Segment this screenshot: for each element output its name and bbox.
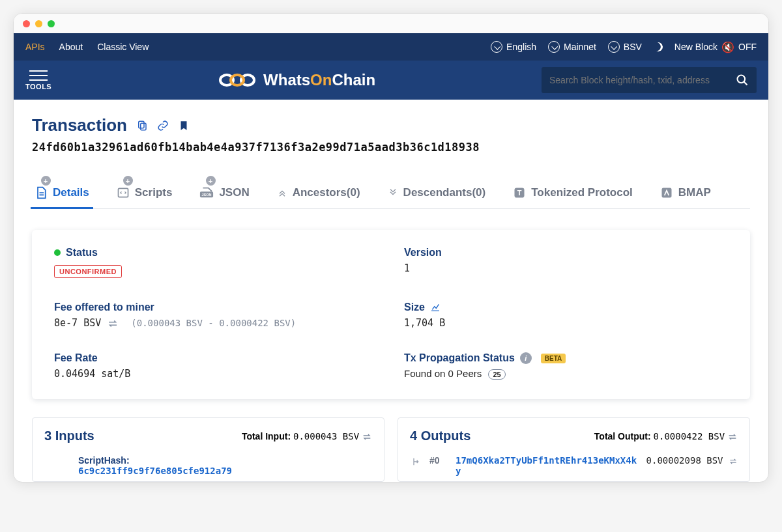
- io-section: 3 Inputs Total Input: 0.000043 BSV Scrip…: [32, 417, 750, 482]
- size-value: 1,704 B: [404, 317, 728, 329]
- svg-rect-5: [139, 121, 144, 128]
- minimize-window-button[interactable]: [35, 20, 42, 27]
- language-dropdown[interactable]: English: [491, 41, 536, 53]
- field-propagation: Tx Propagation Status i BETA Found on 0 …: [404, 352, 728, 380]
- network-label: Mainnet: [564, 42, 596, 52]
- swap-icon[interactable]: [107, 319, 119, 328]
- nav-about[interactable]: About: [59, 42, 83, 52]
- tab-label: JSON: [219, 186, 249, 199]
- fee-value: 8e-7 BSV: [54, 317, 101, 329]
- pin-icon[interactable]: [121, 174, 135, 188]
- input-row: ScriptHash: 6c9c231ff9c9f76e805cfe912a79: [44, 455, 372, 476]
- nav-classic-view[interactable]: Classic View: [97, 42, 149, 52]
- coin-dropdown[interactable]: BSV: [608, 41, 642, 53]
- language-label: English: [506, 42, 536, 52]
- tools-label: TOOLS: [25, 83, 51, 91]
- new-block-sound-toggle[interactable]: New Block 🔇 OFF: [674, 41, 757, 53]
- output-address-link[interactable]: 17mQ6Xka2TTyUbFf1ntREhr413eKMxX4ky: [456, 455, 637, 476]
- status-badge: UNCONFIRMED: [54, 265, 122, 278]
- fee-detail: (0.000043 BSV - 0.0000422 BSV): [131, 318, 296, 328]
- fee-label: Fee offered to miner: [54, 301, 154, 313]
- output-index: #0: [429, 455, 446, 476]
- search-input[interactable]: [549, 75, 736, 85]
- top-nav: APIs About Classic View English Mainnet …: [14, 33, 768, 61]
- network-dropdown[interactable]: Mainnet: [548, 41, 596, 53]
- nav-apis[interactable]: APIs: [25, 42, 45, 52]
- search-bar[interactable]: [542, 67, 757, 93]
- brand-whats: Whats: [263, 71, 310, 89]
- swap-icon[interactable]: [727, 433, 738, 441]
- version-label: Version: [404, 247, 442, 259]
- main-header: TOOLS WhatsOnChain: [14, 61, 768, 100]
- tab-label: Ancestors(0): [293, 186, 360, 199]
- scripthash-label: ScriptHash:: [78, 455, 372, 466]
- outputs-total-label: Total Output:: [594, 431, 651, 441]
- code-icon: [117, 186, 130, 199]
- tab-label: Tokenized Protocol: [531, 186, 633, 199]
- tab-bmap[interactable]: BMAP: [659, 180, 712, 208]
- swap-icon[interactable]: [362, 433, 372, 441]
- inputs-box: 3 Inputs Total Input: 0.000043 BSV Scrip…: [32, 417, 384, 482]
- svg-rect-7: [118, 188, 128, 197]
- tab-label: Descendants(0): [403, 186, 486, 199]
- link-icon[interactable]: [157, 120, 169, 132]
- tab-details[interactable]: Details: [33, 180, 91, 208]
- field-status: Status UNCONFIRMED: [54, 247, 378, 278]
- coin-label: BSV: [624, 42, 642, 52]
- tab-descendants[interactable]: Descendants(0): [386, 180, 487, 208]
- brand-logo[interactable]: WhatsOnChain: [218, 71, 375, 89]
- brand-on: On: [310, 71, 332, 89]
- tools-menu-button[interactable]: TOOLS: [25, 70, 51, 91]
- json-icon: JSON: [199, 186, 214, 199]
- swap-icon[interactable]: [729, 458, 738, 465]
- inputs-title: 3 Inputs: [44, 428, 94, 443]
- transaction-id: 24fd60b1a32961ad60fb14bab4e4a937f7136f3a…: [32, 141, 750, 154]
- tab-json[interactable]: JSON JSON: [198, 180, 250, 208]
- chevron-down-icon: [491, 41, 502, 53]
- tab-label: Details: [53, 186, 89, 199]
- maximize-window-button[interactable]: [48, 20, 55, 27]
- tab-scripts[interactable]: Scripts: [115, 180, 174, 208]
- outputs-total-value: 0.0000422 BSV: [654, 431, 725, 441]
- chart-icon[interactable]: [430, 302, 441, 313]
- dark-mode-icon[interactable]: [652, 41, 663, 52]
- outputs-box: 4 Outputs Total Output: 0.0000422 BSV #0…: [398, 417, 750, 482]
- status-label: Status: [66, 247, 98, 259]
- svg-point-3: [737, 76, 745, 83]
- scripthash-link[interactable]: 6c9c231ff9c9f76e805cfe912a79: [78, 466, 372, 476]
- output-amount: 0.00002098 BSV: [646, 455, 723, 466]
- sound-state: OFF: [738, 42, 757, 52]
- info-icon[interactable]: i: [520, 352, 532, 364]
- propagation-value: Found on 0 Peers: [404, 368, 482, 379]
- tab-ancestors[interactable]: Ancestors(0): [276, 180, 362, 208]
- feerate-label: Fee Rate: [54, 352, 98, 364]
- tab-label: BMAP: [678, 186, 711, 199]
- output-row: #0 17mQ6Xka2TTyUbFf1ntREhr413eKMxX4ky 0.…: [410, 455, 738, 476]
- svg-line-4: [744, 82, 747, 85]
- svg-text:T: T: [517, 189, 522, 197]
- brand-chain: Chain: [332, 71, 375, 89]
- feerate-value: 0.04694 sat/B: [54, 368, 378, 380]
- outputs-title: 4 Outputs: [410, 428, 471, 443]
- field-feerate: Fee Rate 0.04694 sat/B: [54, 352, 378, 380]
- pin-icon[interactable]: [39, 174, 53, 188]
- pin-icon[interactable]: [204, 174, 218, 188]
- search-icon[interactable]: [736, 74, 749, 87]
- version-value: 1: [404, 262, 728, 274]
- chevron-up-double-icon: [277, 188, 287, 198]
- inputs-total-label: Total Input:: [242, 431, 291, 441]
- field-fee: Fee offered to miner 8e-7 BSV (0.000043 …: [54, 301, 378, 329]
- window-titlebar: [14, 14, 768, 33]
- tab-bar: Details Scripts JSON JSON Ancestors(0) D…: [32, 180, 750, 209]
- bookmark-icon[interactable]: [178, 120, 190, 132]
- document-icon: [35, 186, 48, 199]
- inputs-total-value: 0.000043 BSV: [293, 431, 359, 441]
- field-size: Size 1,704 B: [404, 301, 728, 329]
- chain-logo-icon: [218, 71, 257, 89]
- close-window-button[interactable]: [23, 20, 30, 27]
- tab-tokenized[interactable]: T Tokenized Protocol: [512, 180, 634, 208]
- svg-text:JSON: JSON: [202, 193, 212, 197]
- page-content: Transaction 24fd60b1a32961ad60fb14bab4e4…: [14, 100, 768, 482]
- bmap-icon: [660, 186, 673, 199]
- copy-icon[interactable]: [136, 120, 148, 132]
